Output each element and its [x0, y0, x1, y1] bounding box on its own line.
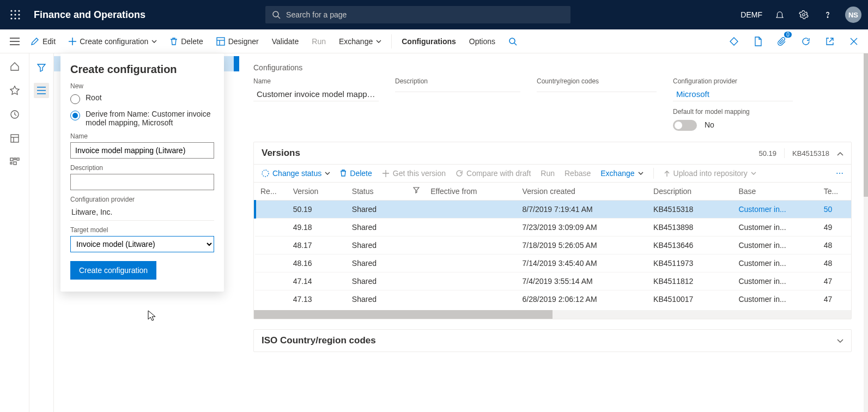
- close-icon[interactable]: [846, 34, 861, 49]
- options-tab[interactable]: Options: [464, 32, 501, 51]
- column-header[interactable]: Description: [648, 183, 733, 201]
- name-field-value[interactable]: Customer invoice model mappi...: [253, 87, 379, 101]
- radio-icon: [70, 111, 80, 120]
- dialog-title: Create configuration: [70, 63, 214, 76]
- more-icon[interactable]: ⋯: [836, 169, 843, 178]
- collapse-icon[interactable]: [837, 149, 843, 157]
- horizontal-scrollbar[interactable]: [254, 310, 851, 319]
- description-input[interactable]: [70, 174, 214, 190]
- iso-codes-panel[interactable]: ISO Country/region codes: [253, 329, 852, 352]
- modules-icon[interactable]: [8, 156, 21, 169]
- svg-rect-32: [10, 162, 12, 164]
- hamburger-icon[interactable]: [7, 38, 23, 45]
- list-view-icon[interactable]: [34, 83, 49, 98]
- attachment-icon[interactable]: 0: [774, 34, 790, 49]
- table-row[interactable]: 49.18Shared7/23/2019 3:09:09 AMKB4513898…: [255, 219, 851, 237]
- separator: [391, 34, 392, 49]
- upload-repository-button: Upload into repository: [664, 169, 756, 178]
- svg-rect-31: [17, 158, 19, 160]
- svg-point-9: [273, 11, 278, 17]
- codes-field-label: Country/region codes: [537, 77, 657, 85]
- refresh-icon[interactable]: [798, 34, 814, 49]
- get-version-button: Get this version: [382, 169, 446, 178]
- column-header[interactable]: Te...: [818, 183, 851, 201]
- breadcrumb: Configurations: [253, 63, 852, 72]
- cursor-icon: [147, 310, 157, 323]
- workspace-icon[interactable]: [8, 132, 21, 145]
- iso-title: ISO Country/region codes: [262, 335, 376, 346]
- create-configuration-button[interactable]: Create configuration: [63, 32, 162, 51]
- svg-point-8: [18, 17, 20, 19]
- version-delete-button[interactable]: Delete: [340, 169, 372, 178]
- column-header[interactable]: Effective from: [425, 183, 517, 201]
- expand-icon[interactable]: [837, 337, 843, 345]
- home-icon[interactable]: [8, 60, 21, 73]
- provider-link[interactable]: Microsoft: [673, 87, 793, 101]
- exchange-button[interactable]: Exchange: [333, 32, 387, 51]
- provider-field-label: Configuration provider: [673, 77, 793, 85]
- run-button: Run: [306, 32, 331, 51]
- configurations-tab[interactable]: Configurations: [396, 32, 462, 51]
- filter-icon[interactable]: [34, 60, 49, 75]
- avatar[interactable]: NS: [845, 7, 861, 23]
- chevron-down-icon: [751, 172, 756, 175]
- svg-rect-18: [217, 38, 224, 45]
- description-field-value[interactable]: [395, 87, 520, 92]
- target-model-label: Target model: [70, 226, 214, 234]
- search-placeholder: Search for a page: [286, 10, 347, 19]
- versions-grid[interactable]: Re...VersionStatusEffective fromVersion …: [254, 183, 851, 308]
- vertical-scrollbar[interactable]: [864, 53, 868, 412]
- help-icon[interactable]: [821, 8, 834, 21]
- codes-field-value[interactable]: [537, 87, 657, 92]
- table-row[interactable]: 48.17Shared7/18/2019 5:26:05 AMKB4513646…: [255, 237, 851, 255]
- column-header[interactable]: Re...: [255, 183, 288, 201]
- star-icon[interactable]: [8, 84, 21, 97]
- chevron-down-icon: [151, 40, 157, 43]
- table-row[interactable]: 47.13Shared6/28/2019 2:06:12 AMKB4510017…: [255, 290, 851, 308]
- radio-root[interactable]: Root: [70, 93, 214, 104]
- delete-button[interactable]: Delete: [165, 32, 208, 51]
- bell-icon[interactable]: [773, 8, 786, 21]
- clock-icon[interactable]: [8, 108, 21, 121]
- version-exchange-button[interactable]: Exchange: [600, 169, 643, 178]
- create-configuration-dialog: Create configuration New Root Derive fro…: [60, 53, 224, 292]
- document-icon[interactable]: [750, 34, 766, 49]
- create-configuration-submit[interactable]: Create configuration: [70, 261, 156, 280]
- description-label: Description: [70, 164, 214, 172]
- designer-button[interactable]: Designer: [211, 32, 264, 51]
- global-search[interactable]: Search for a page: [265, 6, 570, 23]
- column-header[interactable]: Status: [347, 183, 425, 201]
- column-header[interactable]: Base: [733, 183, 818, 201]
- version-run-button: Run: [541, 169, 555, 178]
- default-mapping-toggle[interactable]: [673, 120, 697, 131]
- name-field-label: Name: [253, 77, 379, 85]
- app-launcher-icon[interactable]: [7, 6, 24, 23]
- name-label: Name: [70, 132, 214, 140]
- gear-icon[interactable]: [797, 8, 810, 21]
- configuration-tree[interactable]: Create configuration New Root Derive fro…: [54, 53, 239, 412]
- table-row[interactable]: 50.19Shared8/7/2019 7:19:41 AMKB4515318C…: [255, 201, 851, 219]
- radio-derive[interactable]: Derive from Name: Customer invoice model…: [70, 110, 214, 127]
- versions-title: Versions: [262, 148, 300, 159]
- versions-panel: Versions 50.19 KB4515318 Change status D…: [253, 142, 852, 319]
- svg-point-6: [10, 17, 12, 19]
- target-model-select[interactable]: Invoice model (Litware): [70, 236, 214, 252]
- svg-point-0: [10, 10, 12, 11]
- diamond-icon[interactable]: [726, 34, 742, 49]
- provider-value: Litware, Inc.: [70, 205, 214, 221]
- change-status-button[interactable]: Change status: [262, 169, 330, 178]
- edit-button[interactable]: Edit: [25, 32, 61, 51]
- column-header[interactable]: Version created: [517, 183, 648, 201]
- svg-point-1: [14, 10, 16, 11]
- validate-button[interactable]: Validate: [266, 32, 305, 51]
- name-input[interactable]: [70, 142, 214, 159]
- svg-point-5: [18, 14, 20, 15]
- svg-point-21: [509, 38, 515, 44]
- column-header[interactable]: Version: [288, 183, 347, 201]
- table-row[interactable]: 48.16Shared7/14/2019 3:45:40 AMKB4511973…: [255, 255, 851, 272]
- popout-icon[interactable]: [822, 34, 837, 49]
- company-code[interactable]: DEMF: [740, 10, 762, 19]
- compare-draft-button: Compare with draft: [456, 169, 531, 178]
- table-row[interactable]: 47.14Shared7/4/2019 3:55:14 AMKB4511812C…: [255, 272, 851, 290]
- search-commandbar-icon[interactable]: [503, 32, 523, 51]
